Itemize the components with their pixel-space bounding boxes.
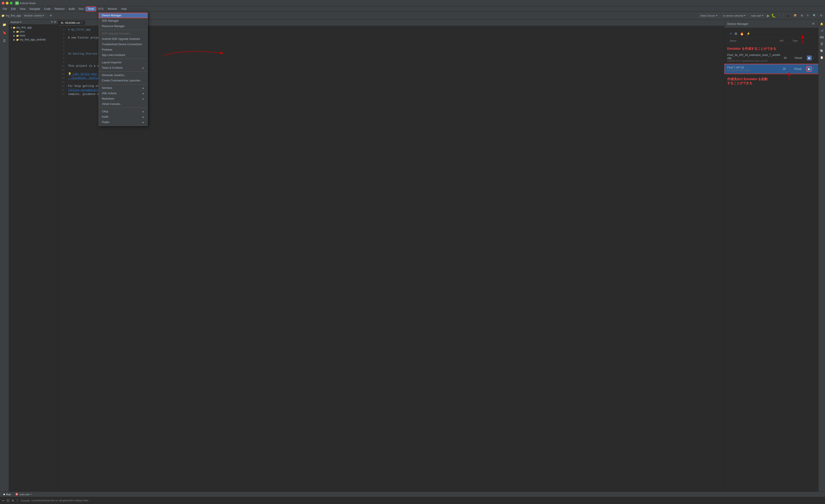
settings-btn[interactable]: ⚙ [819, 14, 824, 17]
run-tab-icon: ▶ [4, 493, 5, 496]
menu-file[interactable]: File [1, 7, 9, 11]
device-sub-pixel3a: Android 14.0 | UpadeDownCake | arm64 [727, 60, 781, 62]
menu-xml-actions[interactable]: XML Actions ▶ [99, 91, 148, 96]
close-button[interactable] [2, 2, 4, 4]
menu-build[interactable]: Build [67, 7, 77, 11]
menu-app-links[interactable]: App Links Assistant [99, 52, 148, 58]
flutter-arrow-icon: ▶ [143, 121, 144, 124]
dm-header-actions: ✕ [811, 21, 816, 26]
menu-run[interactable]: Run [77, 7, 85, 11]
tree-item-root-label: my_first_app [16, 26, 32, 29]
menu-resource-manager[interactable]: Resource Manager [99, 23, 148, 29]
chevron-down-icon: ▾ [716, 14, 718, 17]
pause-icon[interactable]: ⏸ [11, 499, 14, 503]
dm-grid-button[interactable]: ⊞ [734, 31, 738, 36]
dm-add-device-button[interactable]: + [729, 31, 733, 36]
menu-tools[interactable]: Tools [86, 7, 96, 11]
git-icon[interactable]: ⎇ [819, 28, 824, 33]
bottom-tab-run[interactable]: ▶ Run [2, 492, 12, 496]
device-row-pixel3a[interactable]: Pixel_3a_API_34_extension_level_7_arm64-… [725, 52, 818, 64]
no-device-select[interactable]: no device selected ▾ [721, 13, 748, 18]
menu-sdk-manager[interactable]: SDK Manager [99, 18, 148, 23]
sync-icon[interactable]: ↻ [51, 20, 53, 23]
search-btn[interactable]: 🔍 [812, 14, 817, 17]
sdk-manager-toolbar-btn[interactable]: 📦 [792, 14, 798, 17]
code-content[interactable]: # my_first_app A new Flutter project. ##… [66, 26, 724, 492]
bottom-tab-main-dart[interactable]: 🎯 main.dart ✕ [13, 492, 34, 496]
tab-close-icon[interactable]: ✕ [81, 21, 82, 24]
tab-close-dart[interactable]: ✕ [30, 493, 32, 496]
menu-tasks[interactable]: Tasks & Contexts ▶ [99, 65, 148, 71]
run-button[interactable]: ▶ [767, 13, 770, 18]
gear-icon[interactable]: ⚙ [54, 20, 56, 23]
menu-markdown[interactable]: Markdown ▶ [99, 96, 148, 101]
menu-troubleshoot[interactable]: Troubleshoot Device Connections [99, 42, 148, 47]
branch-selector[interactable]: Version control ▾ [22, 13, 46, 18]
minimize-button[interactable] [6, 2, 8, 4]
folder-icon: 📁 [16, 30, 19, 33]
more-icon[interactable]: ⋮ [15, 499, 19, 503]
menu-create-launcher[interactable]: Create Command-line Launcher... [99, 78, 148, 83]
menu-firebase[interactable]: Firebase [99, 47, 148, 52]
menu-generate-javadoc[interactable]: Generate JavaDoc... [99, 73, 148, 78]
device-info-pixel3a: Pixel_3a_API_34_extension_level_7_arm64-… [727, 54, 781, 62]
menu-services[interactable]: Services ▶ [99, 85, 148, 91]
device-more-pixel7[interactable]: ⋮ [812, 67, 815, 71]
sync-btn[interactable]: ↻ [806, 14, 810, 17]
tree-item-tests[interactable]: ▶ 📁 tests [9, 33, 58, 38]
dm-close-button[interactable]: ✕ [811, 21, 816, 26]
markdown-icon: M↓ [61, 21, 64, 24]
menu-edit[interactable]: Edit [9, 7, 17, 11]
menu-device-manager[interactable]: Device Manager [99, 13, 148, 18]
tree-item-android[interactable]: ▶ 📁 my_first_app_android [9, 38, 58, 42]
android-label: Android [11, 21, 19, 23]
maximize-button[interactable] [10, 2, 12, 4]
device-selector[interactable]: Select Device ▾ [698, 13, 720, 18]
device-play-pixel3a[interactable]: ▶ [807, 56, 812, 60]
tab-readme[interactable]: M↓ README.md ✕ [58, 20, 85, 25]
logcat-icon[interactable]: 📋 [819, 55, 824, 60]
toolbar-action-btn[interactable]: ⚙ [48, 14, 53, 17]
device-more-pixel3a[interactable]: ⋮ [812, 56, 815, 60]
menu-sdk-upgrade[interactable]: Android SDK Upgrade Assistant [99, 36, 148, 42]
debug-button[interactable]: 🐛 [771, 13, 776, 18]
device-play-pixel7[interactable]: ▶ [807, 66, 812, 71]
line-numbers: 1234567891011121314151617 [58, 26, 66, 492]
menu-help[interactable]: Help [119, 7, 129, 11]
tree-item-java[interactable]: ▶ 📁 java [9, 29, 58, 33]
menu-layout-inspector[interactable]: Layout Inspector [99, 60, 148, 65]
rerun-icon[interactable]: ↩ [2, 499, 5, 503]
dm-fire-button[interactable]: 🔥 [739, 31, 745, 36]
stop-icon[interactable]: ⬛ [6, 499, 10, 503]
menu-refactor[interactable]: Refactor [53, 7, 67, 11]
left-sidebar-icons: 📁 🔖 ☰ [0, 20, 9, 492]
menu-cling[interactable]: Cling ▶ [99, 109, 148, 114]
bookmarks-icon[interactable]: 🔖 [1, 29, 8, 36]
bottom-panel: ▶ Run 🎯 main.dart ✕ ↩ ⬛ ⏸ ⋮ Console Laun… [0, 492, 825, 504]
chevron-down-icon: ▾ [20, 20, 21, 23]
menu-flutter[interactable]: Flutter ▶ [99, 120, 148, 125]
project-name: my_first_app [6, 14, 21, 17]
terminal-icon[interactable]: ⌨ [819, 35, 824, 40]
notifications-icon[interactable]: 🔔 [819, 21, 824, 26]
menu-jshell[interactable]: JShell Console... [99, 101, 148, 107]
dart-file-select[interactable]: main.dart ▾ [749, 13, 765, 18]
menu-kotlin[interactable]: Kotlin ▶ [99, 114, 148, 120]
menu-vcs[interactable]: VCS [96, 7, 105, 11]
structure-icon[interactable]: ☰ [1, 38, 8, 44]
project-icon[interactable]: 📁 [1, 21, 8, 28]
menu-code[interactable]: Code [42, 7, 52, 11]
dm-lightning-button[interactable]: ⚡ [746, 31, 751, 36]
title-bar: AS Android Studio [0, 0, 825, 6]
menu-agp-upgrade[interactable]: AGP Upgrade Assistant... [99, 31, 148, 36]
menu-view[interactable]: View [18, 7, 27, 11]
more-options-button[interactable]: ⋮ [777, 14, 782, 17]
editor-content[interactable]: 1234567891011121314151617 # my_first_app… [58, 26, 724, 492]
avd-manager-btn[interactable]: ⊞ [800, 14, 804, 17]
database-icon[interactable]: 🗄 [819, 42, 824, 47]
tree-item-root[interactable]: ▾ 📁 my_first_app [9, 25, 58, 29]
gradle-icon[interactable]: 🐘 [819, 48, 824, 53]
device-manager-toolbar-btn[interactable]: 📱 [785, 14, 791, 17]
menu-navigate[interactable]: Navigate [28, 7, 42, 11]
menu-window[interactable]: Window [106, 7, 119, 11]
